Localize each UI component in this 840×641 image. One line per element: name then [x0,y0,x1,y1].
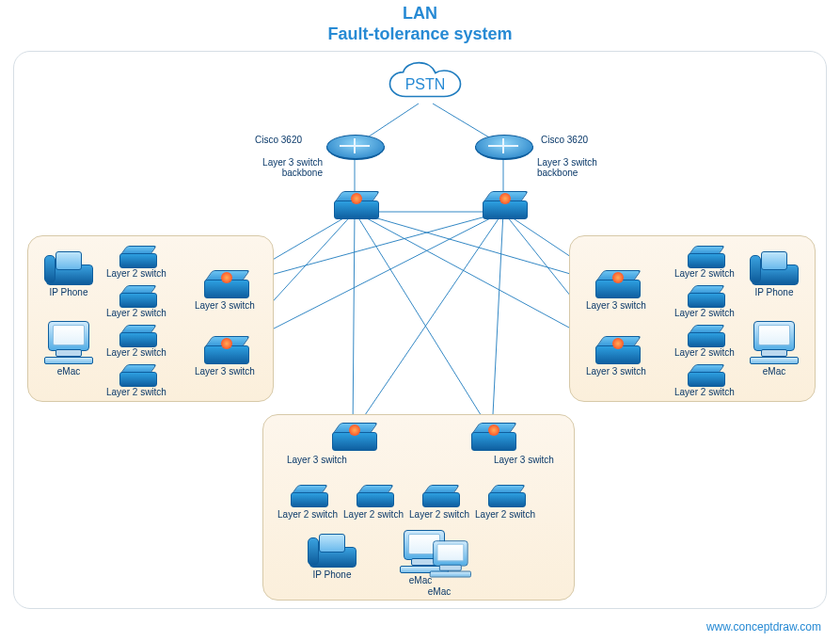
l2-left-2-icon [119,285,155,308]
l2-bottom-4-icon [488,485,524,507]
l3-right-1-label: Layer 3 switch [586,300,646,311]
pstn-cloud-icon: PSTN [383,61,468,108]
l2-right-3-label: Layer 2 switch [674,347,735,358]
l3-bottom-2-icon [471,423,515,451]
l3-bottom-1-label: Layer 3 switch [287,455,347,465]
ipphone-right-label: IP Phone [727,287,821,297]
router-left-label: Cisco 3620 [255,135,302,145]
ipphone-right-icon [752,251,797,285]
emac-bottom-1-label: eMac [373,575,468,585]
diagram-canvas: LAN Fault-tolerance system www.conceptdr… [0,0,840,641]
l3-backbone-left-icon [334,191,377,219]
l2-right-1-icon [688,246,723,268]
l2-left-1-icon [119,246,155,268]
pstn-cloud-label: PSTN [383,76,468,93]
ipphone-bottom-label: IP Phone [285,569,379,580]
svg-line-15 [492,212,503,433]
footer-link[interactable]: www.conceptdraw.com [706,620,821,633]
l2-left-3-icon [119,325,155,347]
router-right-icon [475,135,531,168]
l2-right-2-label: Layer 2 switch [674,308,735,318]
svg-line-8 [353,212,355,433]
l2-right-4-label: Layer 2 switch [674,387,735,397]
ipphone-left-icon [46,251,91,285]
l2-right-3-icon [688,325,723,347]
title-line1: LAN [0,4,840,24]
l3-bottom-2-label: Layer 3 switch [494,455,554,465]
emac-right-icon [750,321,797,362]
router-left-icon [326,135,383,168]
l2-bottom-3-icon [422,485,458,507]
l2-right-2-icon [688,285,723,308]
l3-left-1-label: Layer 3 switch [195,300,255,311]
emac-left-icon [44,321,91,362]
emac-left-label: eMac [22,366,116,377]
l2-bottom-4-label: Layer 2 switch [458,509,552,520]
l3-right-2-label: Layer 3 switch [586,366,646,377]
svg-line-9 [355,212,492,433]
l2-right-4-icon [688,364,723,387]
l3-left-1-icon [204,270,247,298]
l3-left-2-label: Layer 3 switch [195,366,255,377]
l2-left-3-label: Layer 2 switch [106,347,166,358]
l3-bottom-1-icon [332,423,375,451]
l3-backbone-left-label: Layer 3 switchbackbone [247,157,323,178]
l2-left-4-icon [119,364,155,387]
outer-panel: PSTN Cisco 3620 Cisco 3620 Layer 3 switc… [13,51,827,609]
ipphone-left-label: IP Phone [22,287,116,297]
l2-bottom-2-icon [357,485,392,507]
l3-backbone-right-icon [483,191,526,219]
l3-right-1-icon [595,270,639,298]
l3-right-2-icon [595,336,639,364]
l3-backbone-right-label: Layer 3 switchbackbone [537,157,597,178]
emac-bottom-2-label: eMac [392,586,486,597]
l2-left-4-label: Layer 2 switch [106,387,166,397]
emac-right-label: eMac [727,366,821,377]
title-line2: Fault-tolerance system [0,24,840,44]
svg-line-14 [353,212,503,433]
l2-bottom-1-icon [291,485,326,507]
emac-bottom-2-icon [430,540,470,575]
l2-left-2-label: Layer 2 switch [106,308,166,318]
router-right-label: Cisco 3620 [541,135,588,145]
l3-left-2-icon [204,336,247,364]
l2-right-1-label: Layer 2 switch [674,268,735,279]
ipphone-bottom-icon [309,534,355,568]
l2-left-1-label: Layer 2 switch [106,268,166,279]
